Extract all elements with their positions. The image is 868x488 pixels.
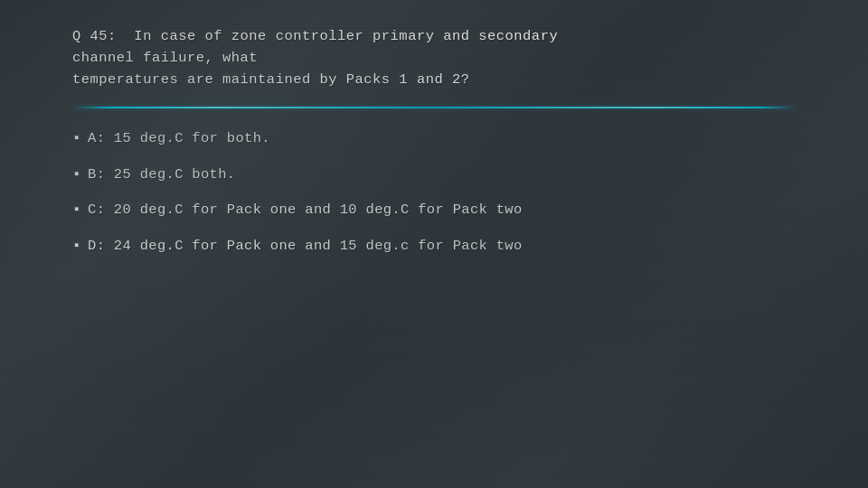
divider-line [72,107,796,108]
question-text: Q 45: In case of zone controller primary… [72,28,558,88]
question-block: Q 45: In case of zone controller primary… [72,25,796,90]
answer-text-b: B: 25 deg.C both. [88,164,235,185]
answer-item-c: ▪ C: 20 deg.C for Pack one and 10 deg.C … [72,200,796,221]
bullet-a: ▪ [72,129,80,150]
answer-text-a: A: 15 deg.C for both. [88,128,270,149]
answer-item-b: ▪ B: 25 deg.C both. [72,164,796,186]
answer-item-d: ▪ D: 24 deg.C for Pack one and 15 deg.c … [72,236,796,258]
bullet-b: ▪ [72,165,80,186]
chalkboard-background: Q 45: In case of zone controller primary… [0,0,868,488]
bullet-c: ▪ [72,201,80,221]
answer-text-c: C: 20 deg.C for Pack one and 10 deg.C fo… [88,200,523,221]
bullet-d: ▪ [72,237,80,258]
answer-text-d: D: 24 deg.C for Pack one and 15 deg.c fo… [88,236,523,257]
answer-item-a: ▪ A: 15 deg.C for both. [72,128,796,150]
answers-block: ▪ A: 15 deg.C for both. ▪ B: 25 deg.C bo… [72,128,796,257]
